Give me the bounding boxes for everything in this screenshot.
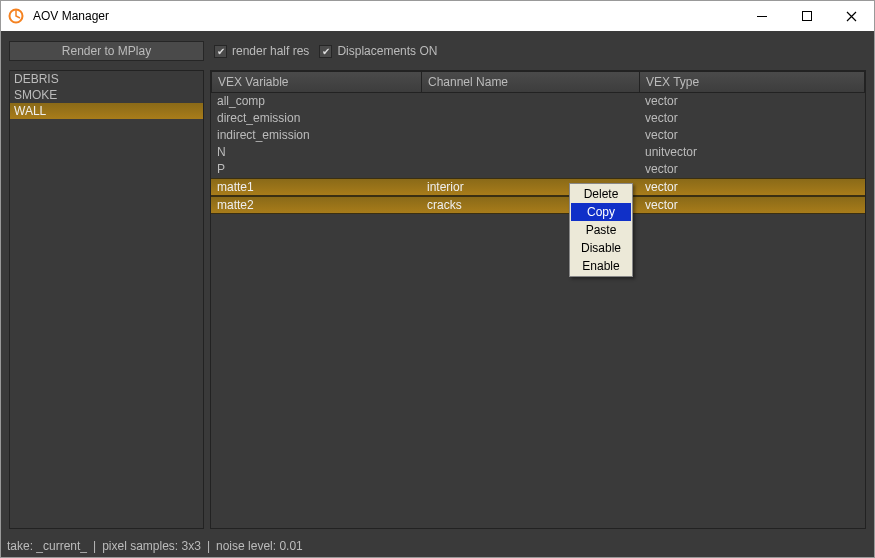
layer-item[interactable]: DEBRIS [10, 71, 203, 87]
table-header: VEX Variable Channel Name VEX Type [211, 71, 865, 93]
table-cell: matte2 [211, 197, 421, 213]
table-cell: vector [639, 127, 865, 144]
table-cell: unitvector [639, 144, 865, 161]
table-cell: vector [639, 93, 865, 110]
table-cell: matte1 [211, 179, 421, 195]
svg-rect-2 [802, 12, 811, 21]
table-cell: P [211, 161, 421, 178]
close-button[interactable] [829, 2, 874, 31]
table-cell [421, 144, 639, 161]
status-samples: pixel samples: 3x3 [102, 539, 201, 553]
table-cell: vector [639, 179, 865, 195]
column-header-vex-variable[interactable]: VEX Variable [211, 71, 421, 93]
status-separator: | [207, 539, 210, 553]
column-header-channel-name[interactable]: Channel Name [421, 71, 639, 93]
render-to-mplay-button[interactable]: Render to MPlay [9, 41, 204, 61]
app-title: AOV Manager [33, 9, 109, 23]
displacements-on-checkbox[interactable]: ✔ Displacements ON [319, 44, 437, 58]
table-row[interactable]: indirect_emissionvector [211, 127, 865, 144]
table-row[interactable]: direct_emissionvector [211, 110, 865, 127]
minimize-button[interactable] [739, 2, 784, 31]
column-header-vex-type[interactable]: VEX Type [639, 71, 865, 93]
context-menu-item[interactable]: Paste [571, 221, 631, 239]
status-take: take: _current_ [7, 539, 87, 553]
table-cell: indirect_emission [211, 127, 421, 144]
checkmark-icon: ✔ [319, 45, 332, 58]
main-area: DEBRISSMOKEWALL VEX Variable Channel Nam… [1, 70, 874, 535]
maximize-button[interactable] [784, 2, 829, 31]
table-cell: vector [639, 110, 865, 127]
table-body[interactable]: all_compvectordirect_emissionvectorindir… [211, 93, 865, 528]
table-cell [421, 161, 639, 178]
table-row[interactable]: Pvector [211, 161, 865, 178]
context-menu-item[interactable]: Enable [571, 257, 631, 275]
table-row[interactable]: matte1interiorvector [211, 178, 865, 196]
table-cell [421, 110, 639, 127]
app-icon [7, 7, 25, 25]
status-separator: | [93, 539, 96, 553]
layer-item[interactable]: WALL [10, 103, 203, 119]
aov-table: VEX Variable Channel Name VEX Type all_c… [210, 70, 866, 529]
context-menu-item[interactable]: Delete [571, 185, 631, 203]
table-cell: vector [639, 197, 865, 213]
table-cell: N [211, 144, 421, 161]
toolbar: Render to MPlay ✔ render half res ✔ Disp… [1, 31, 874, 70]
table-cell [421, 127, 639, 144]
context-menu: DeleteCopyPasteDisableEnable [569, 183, 633, 277]
checkbox-label: render half res [232, 44, 309, 58]
status-noise: noise level: 0.01 [216, 539, 303, 553]
table-row[interactable]: Nunitvector [211, 144, 865, 161]
checkbox-label: Displacements ON [337, 44, 437, 58]
table-cell: direct_emission [211, 110, 421, 127]
layer-item[interactable]: SMOKE [10, 87, 203, 103]
table-cell: vector [639, 161, 865, 178]
table-cell [421, 93, 639, 110]
table-row[interactable]: all_compvector [211, 93, 865, 110]
app-window: AOV Manager Render to MPlay ✔ render hal… [0, 0, 875, 558]
layer-list[interactable]: DEBRISSMOKEWALL [9, 70, 204, 529]
table-cell: all_comp [211, 93, 421, 110]
titlebar: AOV Manager [1, 1, 874, 31]
statusbar: take: _current_ | pixel samples: 3x3 | n… [1, 535, 874, 557]
checkmark-icon: ✔ [214, 45, 227, 58]
render-half-res-checkbox[interactable]: ✔ render half res [214, 44, 309, 58]
table-row[interactable]: matte2cracksvector [211, 196, 865, 214]
svg-rect-1 [757, 16, 767, 17]
context-menu-item[interactable]: Disable [571, 239, 631, 257]
app-body: Render to MPlay ✔ render half res ✔ Disp… [1, 31, 874, 557]
context-menu-item[interactable]: Copy [571, 203, 631, 221]
